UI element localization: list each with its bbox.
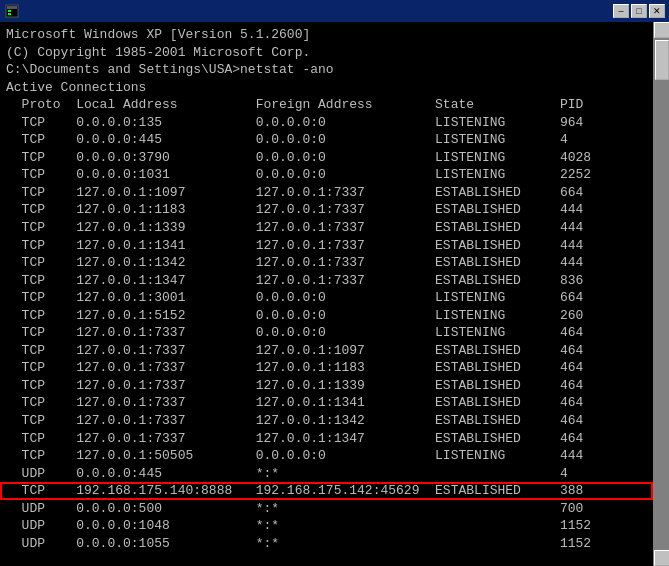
terminal-line: TCP 0.0.0.0:3790 0.0.0.0:0 LISTENING 402…: [6, 149, 647, 167]
terminal-line: TCP 127.0.0.1:7337 127.0.0.1:1341 ESTABL…: [6, 394, 647, 412]
terminal-line: TCP 127.0.0.1:1342 127.0.0.1:7337 ESTABL…: [6, 254, 647, 272]
terminal-line: Active Connections: [6, 79, 647, 97]
terminal-line: Microsoft Windows XP [Version 5.1.2600]: [6, 26, 647, 44]
terminal-line: TCP 127.0.0.1:1183 127.0.0.1:7337 ESTABL…: [6, 201, 647, 219]
terminal-line: TCP 0.0.0.0:445 0.0.0.0:0 LISTENING 4: [6, 131, 647, 149]
terminal-line: TCP 127.0.0.1:1097 127.0.0.1:7337 ESTABL…: [6, 184, 647, 202]
scroll-down-arrow[interactable]: ▼: [654, 550, 670, 566]
terminal-line: TCP 127.0.0.1:7337 127.0.0.1:1347 ESTABL…: [6, 430, 647, 448]
terminal-line: TCP 127.0.0.1:7337 127.0.0.1:1097 ESTABL…: [6, 342, 647, 360]
terminal-line: TCP 0.0.0.0:135 0.0.0.0:0 LISTENING 964: [6, 114, 647, 132]
terminal-line: TCP 127.0.0.1:3001 0.0.0.0:0 LISTENING 6…: [6, 289, 647, 307]
title-bar: – □ ✕: [0, 0, 669, 22]
terminal-line: TCP 127.0.0.1:1339 127.0.0.1:7337 ESTABL…: [6, 219, 647, 237]
terminal-line: UDP 0.0.0.0:445 *:* 4: [6, 465, 647, 483]
terminal-line: (C) Copyright 1985-2001 Microsoft Corp.: [6, 44, 647, 62]
terminal-line: TCP 127.0.0.1:7337 127.0.0.1:1342 ESTABL…: [6, 412, 647, 430]
window: – □ ✕ Microsoft Windows XP [Version 5.1.…: [0, 0, 669, 566]
svg-rect-2: [8, 10, 11, 12]
title-bar-buttons: – □ ✕: [613, 4, 665, 18]
maximize-button[interactable]: □: [631, 4, 647, 18]
terminal-line: TCP 127.0.0.1:7337 127.0.0.1:1183 ESTABL…: [6, 359, 647, 377]
terminal-line: TCP 127.0.0.1:1341 127.0.0.1:7337 ESTABL…: [6, 237, 647, 255]
close-button[interactable]: ✕: [649, 4, 665, 18]
terminal-line: TCP 127.0.0.1:1347 127.0.0.1:7337 ESTABL…: [6, 272, 647, 290]
minimize-button[interactable]: –: [613, 4, 629, 18]
svg-rect-3: [8, 13, 11, 15]
terminal-line: C:\Documents and Settings\USA>netstat -a…: [6, 61, 647, 79]
terminal-area: Microsoft Windows XP [Version 5.1.2600](…: [0, 22, 653, 566]
terminal-line: TCP 127.0.0.1:5152 0.0.0.0:0 LISTENING 2…: [6, 307, 647, 325]
scrollbar[interactable]: ▲ ▼: [653, 22, 669, 566]
terminal-line: Proto Local Address Foreign Address Stat…: [6, 96, 647, 114]
terminal-line: UDP 0.0.0.0:1048 *:* 1152: [6, 517, 647, 535]
scroll-track[interactable]: [654, 38, 670, 550]
highlighted-line-text: TCP 192.168.175.140:8888 192.168.175.142…: [6, 482, 647, 500]
terminal-line: TCP 0.0.0.0:1031 0.0.0.0:0 LISTENING 225…: [6, 166, 647, 184]
terminal-line: TCP 127.0.0.1:7337 0.0.0.0:0 LISTENING 4…: [6, 324, 647, 342]
terminal-line: TCP 127.0.0.1:7337 127.0.0.1:1339 ESTABL…: [6, 377, 647, 395]
terminal-line: TCP 127.0.0.1:50505 0.0.0.0:0 LISTENING …: [6, 447, 647, 465]
svg-rect-1: [7, 6, 17, 9]
scroll-up-arrow[interactable]: ▲: [654, 22, 670, 38]
highlighted-row: TCP 192.168.175.140:8888 192.168.175.142…: [6, 482, 647, 500]
scroll-thumb[interactable]: [655, 40, 669, 80]
window-body: Microsoft Windows XP [Version 5.1.2600](…: [0, 22, 669, 566]
terminal-line: UDP 0.0.0.0:1055 *:* 1152: [6, 535, 647, 553]
terminal-line: UDP 0.0.0.0:500 *:* 700: [6, 500, 647, 518]
window-icon: [4, 3, 20, 19]
